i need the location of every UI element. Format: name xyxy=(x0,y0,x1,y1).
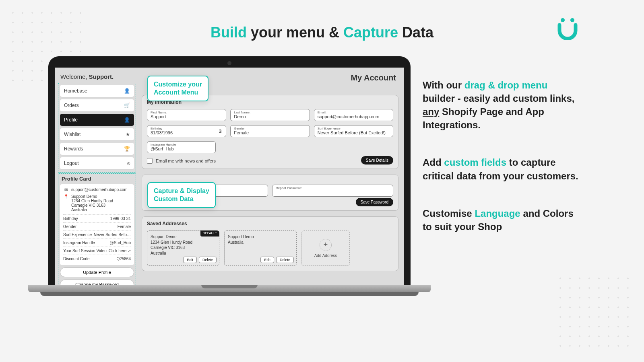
brand-logo xyxy=(555,16,580,40)
page-title: My Account xyxy=(351,73,396,82)
save-password-button[interactable]: Save Password xyxy=(356,198,393,206)
app-screen: Welcome, Support. My Account Homebase👤Or… xyxy=(55,68,404,285)
profile-card: Profile Card ✉support@customerhubapp.com… xyxy=(58,172,136,285)
profile-card-row: Surf ExperienceNever Surfed Befo… xyxy=(63,230,131,239)
my-information-card: My Information First Name:Support Last N… xyxy=(142,95,398,169)
pc-email: support@customerhubapp.com xyxy=(71,187,128,192)
default-badge: DEFAULT xyxy=(200,230,219,237)
orders-icon: 🛒 xyxy=(124,103,130,108)
edit-address-button[interactable]: Edit xyxy=(183,257,197,263)
saved-addresses-card: Saved Addresses DEFAULT Support Demo 123… xyxy=(142,216,398,271)
email-field[interactable]: Email:support@customerhubapp.com xyxy=(314,109,393,121)
repeat-password-field[interactable]: Repeat Password: xyxy=(272,185,393,197)
sidebar-item-rewards[interactable]: Rewards🏆 xyxy=(60,143,134,155)
calendar-icon: 🗓 xyxy=(218,129,223,134)
headline: Build your menu & Capture Data xyxy=(0,24,644,41)
address-card-2: Support Demo Australia Edit Delete xyxy=(224,230,297,266)
marketing-checkbox[interactable] xyxy=(147,158,153,164)
gender-field[interactable]: GenderFemale xyxy=(230,125,310,137)
addresses-title: Saved Addresses xyxy=(147,221,393,226)
profile-card-row: Discount CodeQ25864 xyxy=(63,255,131,263)
marketing-label: Email me with news and offers xyxy=(156,158,216,163)
sidebar-item-logout[interactable]: Logout⎋ xyxy=(60,157,134,169)
bg-dots-br xyxy=(555,274,636,354)
profile-icon: 👤 xyxy=(124,117,130,123)
address-card-default: DEFAULT Support Demo 1234 Glen Huntly Ro… xyxy=(147,230,219,266)
first-name-field[interactable]: First Name:Support xyxy=(147,109,226,121)
delete-address-button[interactable]: Delete xyxy=(199,257,217,263)
profile-card-row: Birthday1996-03-31 xyxy=(63,214,131,222)
profile-card-title: Profile Card xyxy=(60,174,134,184)
change-password-button[interactable]: Change my Password xyxy=(60,280,134,285)
pin-icon: 📍 xyxy=(63,194,69,199)
sidebar-item-profile[interactable]: Profile👤 xyxy=(60,114,134,126)
svg-point-1 xyxy=(570,18,574,22)
rewards-icon: 🏆 xyxy=(124,146,130,152)
pc-address: Support Demo 1234 Glen Huntly Road Carne… xyxy=(71,194,113,212)
sidebar-item-wishlist[interactable]: Wishlist★ xyxy=(60,128,134,140)
sidebar-item-orders[interactable]: Orders🛒 xyxy=(60,99,134,111)
plus-icon: + xyxy=(320,239,332,251)
profile-card-row: GenderFemale xyxy=(63,222,131,230)
wishlist-icon: ★ xyxy=(126,132,130,137)
surf-experience-field[interactable]: Surf ExperienceNever Surfed Before (But … xyxy=(314,125,393,137)
profile-card-row: Instagram Handle@Surf_Hub xyxy=(63,239,131,247)
birthday-field[interactable]: Birthday31/03/1996🗓 xyxy=(147,125,226,137)
add-address-button[interactable]: + Add Address xyxy=(301,230,350,266)
update-profile-button[interactable]: Update Profile xyxy=(60,267,134,277)
laptop-mock: Welcome, Support. My Account Homebase👤Or… xyxy=(48,56,411,296)
logout-icon: ⎋ xyxy=(127,160,130,166)
homebase-icon: 👤 xyxy=(124,88,130,94)
svg-point-0 xyxy=(561,18,565,22)
save-details-button[interactable]: Save Details xyxy=(361,156,393,165)
delete-address-button[interactable]: Delete xyxy=(276,257,294,263)
last-name-field[interactable]: Last Name:Demo xyxy=(230,109,310,121)
profile-card-row: Your Surf Session VideoClick here ↗ xyxy=(63,247,131,255)
welcome-text: Welcome, Support. xyxy=(60,73,114,80)
instagram-field[interactable]: Instagram Handle@Surf_Hub xyxy=(147,141,216,153)
marketing-copy: With our drag & drop menu builder - easi… xyxy=(423,78,580,257)
edit-address-button[interactable]: Edit xyxy=(260,257,274,263)
mail-icon: ✉ xyxy=(63,187,69,192)
sidebar-item-homebase[interactable]: Homebase👤 xyxy=(60,85,134,97)
account-menu: Homebase👤Orders🛒Profile👤Wishlist★Rewards… xyxy=(58,83,136,174)
camera-dot xyxy=(227,61,231,65)
callout-customize-menu: Customize yourAccount Menu xyxy=(147,76,208,101)
callout-custom-data: Capture & DisplayCustom Data xyxy=(147,182,216,208)
